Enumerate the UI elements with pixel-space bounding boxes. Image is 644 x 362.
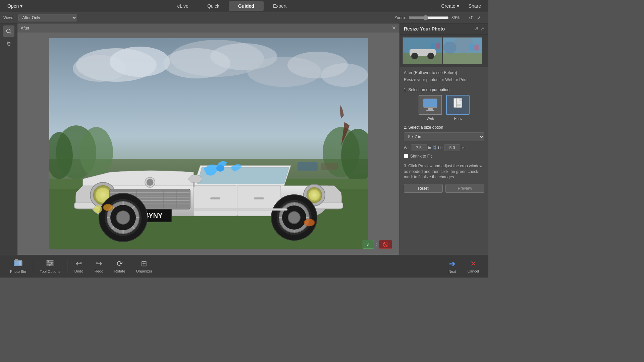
width-input[interactable]: 7.5 xyxy=(411,144,427,151)
web-icon xyxy=(419,95,442,115)
undo-label: Undo xyxy=(74,269,83,273)
toolbar-row: View: After Only Before Only Before & Af… xyxy=(0,12,488,23)
svg-point-90 xyxy=(474,44,479,51)
redo-label: Redo xyxy=(95,269,103,273)
photo-bin-button[interactable]: Photo Bin xyxy=(5,258,32,275)
maximize-icon[interactable]: ⤢ xyxy=(476,14,482,21)
create-dropdown-icon: ▾ xyxy=(457,3,459,9)
create-button[interactable]: Create ▾ xyxy=(438,2,463,10)
tab-guided[interactable]: Guided xyxy=(229,1,264,11)
open-dropdown-icon: ▾ xyxy=(20,3,22,9)
print-option[interactable]: Print xyxy=(446,95,470,120)
photo-thumb-before[interactable] xyxy=(443,37,482,64)
zoom-pct: 89% xyxy=(451,15,465,20)
svg-rect-26 xyxy=(210,197,220,199)
reset-button[interactable]: Reset xyxy=(404,184,443,193)
svg-point-53 xyxy=(116,211,130,224)
hand-tool[interactable] xyxy=(3,38,14,50)
svg-point-71 xyxy=(216,165,224,172)
next-button[interactable]: ➜ Next xyxy=(443,258,462,275)
height-label: H : xyxy=(438,146,443,150)
cancel-label: Cancel xyxy=(468,269,479,273)
size-option-row: 5 x 7 in 4 x 6 in 8 x 10 in Custom xyxy=(404,132,484,141)
next-label: Next xyxy=(448,269,456,274)
zoom-slider[interactable] xyxy=(409,15,449,20)
open-label: Open xyxy=(7,3,19,9)
view-select[interactable]: After Only Before Only Before & After - … xyxy=(18,14,77,21)
tab-quick[interactable]: Quick xyxy=(198,1,229,11)
svg-rect-72 xyxy=(194,208,287,210)
svg-point-83 xyxy=(430,43,436,49)
panel-title: Resize Your Photo xyxy=(404,26,445,32)
preview-button[interactable]: Preview xyxy=(445,184,484,193)
open-button[interactable]: Open ▾ xyxy=(4,2,26,10)
rotate-label: Rotate xyxy=(114,269,125,273)
refresh-icon[interactable]: ↺ xyxy=(468,14,474,21)
shrink-checkbox[interactable] xyxy=(404,154,408,158)
photo-strip xyxy=(400,35,488,67)
tab-elive[interactable]: eLive xyxy=(168,1,198,11)
height-input[interactable]: 5.0 xyxy=(444,144,460,151)
svg-point-84 xyxy=(436,43,440,49)
step1-label: 1. Select an output option. xyxy=(404,87,484,92)
photo-bin-label: Photo Bin xyxy=(10,269,26,274)
svg-rect-24 xyxy=(194,186,237,216)
bottom-bar: Photo Bin Tool Options ↩ Undo ↪ Redo ⟳ R… xyxy=(0,255,488,278)
toolbar-action-icons: ↺ ⤢ xyxy=(468,14,482,21)
svg-rect-91 xyxy=(424,99,437,108)
action-buttons: Reset Preview xyxy=(404,184,484,193)
organizer-button[interactable]: ⊞ Organizer xyxy=(130,258,157,275)
web-option[interactable]: Web xyxy=(419,95,442,120)
size-dropdown[interactable]: 5 x 7 in 4 x 6 in 8 x 10 in Custom xyxy=(404,132,484,141)
tab-expert[interactable]: Expert xyxy=(264,1,296,11)
panel-refresh-icon[interactable]: ↺ xyxy=(474,26,478,32)
print-option-label: Print xyxy=(454,116,462,120)
svg-point-66 xyxy=(288,212,300,224)
svg-rect-94 xyxy=(426,110,434,111)
photo-thumb-after[interactable] xyxy=(402,37,442,64)
main-content: After ✕ xyxy=(0,23,488,255)
svg-point-75 xyxy=(304,219,315,226)
view-label: View: xyxy=(3,15,13,20)
share-button[interactable]: Share xyxy=(465,2,484,10)
organizer-icon: ⊞ xyxy=(141,259,147,268)
svg-point-14 xyxy=(79,127,113,177)
svg-point-76 xyxy=(189,175,202,183)
panel-description: Resize your photos for Web or Print. xyxy=(404,77,484,83)
zoom-area: Zoom: 89% ↺ ⤢ xyxy=(394,14,485,21)
panel-more-icon[interactable]: ⤢ xyxy=(480,26,484,32)
width-unit: in xyxy=(428,146,431,150)
mode-tabs: eLive Quick Guided Expert xyxy=(26,1,438,11)
svg-point-81 xyxy=(411,53,418,59)
svg-rect-19 xyxy=(321,163,338,170)
undo-icon: ↩ xyxy=(76,259,82,268)
svg-rect-77 xyxy=(193,182,195,187)
left-toolbar xyxy=(0,23,17,255)
redo-button[interactable]: ↪ Redo xyxy=(89,258,109,275)
svg-point-89 xyxy=(469,43,475,51)
cancel-button[interactable]: ✕ Cancel xyxy=(463,258,484,275)
step2-label: 2. Select a size option xyxy=(404,125,484,130)
panel-caption: After (Roll over to see Before) xyxy=(404,70,484,75)
step3-text: 3. Click Preview and adjust the crop win… xyxy=(404,163,484,180)
svg-rect-18 xyxy=(298,162,318,171)
svg-point-107 xyxy=(48,260,49,262)
height-unit: in xyxy=(462,146,465,150)
svg-point-73 xyxy=(94,205,102,213)
cancel-crop-button[interactable]: 🚫 xyxy=(379,240,392,249)
photo-bin-icon xyxy=(14,259,22,268)
rotate-icon: ⟳ xyxy=(117,259,123,268)
svg-rect-101 xyxy=(15,259,18,261)
undo-button[interactable]: ↩ Undo xyxy=(69,258,89,275)
svg-point-33 xyxy=(309,190,320,200)
link-dimensions-icon[interactable]: ⇅ xyxy=(432,144,437,151)
web-option-label: Web xyxy=(427,116,434,120)
svg-rect-86 xyxy=(443,53,482,64)
canvas-close-button[interactable]: ✕ xyxy=(392,25,396,31)
canvas-wrapper: 714YNY xyxy=(17,33,399,255)
confirm-button[interactable]: ✓ xyxy=(363,240,374,249)
search-tool[interactable] xyxy=(3,25,14,37)
rotate-button[interactable]: ⟳ Rotate xyxy=(109,258,130,275)
canvas-after-label: After xyxy=(21,26,29,31)
tool-options-button[interactable]: Tool Options xyxy=(35,258,66,275)
